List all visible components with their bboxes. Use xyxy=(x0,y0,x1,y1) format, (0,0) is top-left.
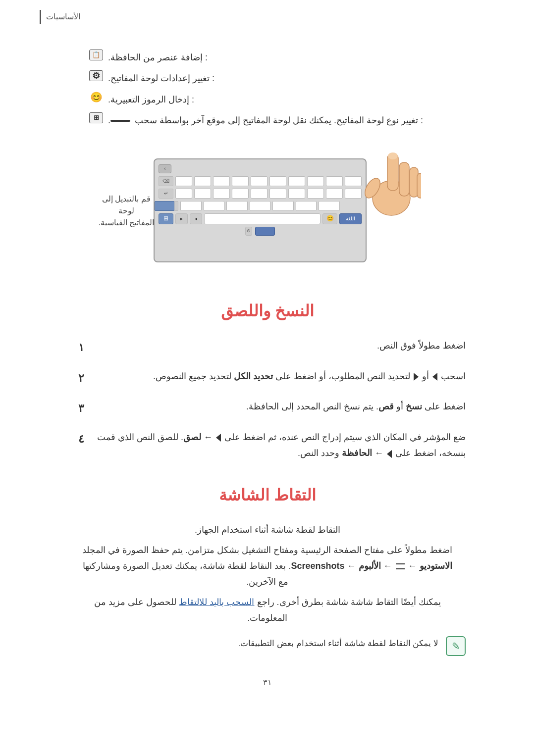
step-4-num: ٤ xyxy=(69,429,84,449)
cursor-icon-inline xyxy=(216,434,221,442)
note-text: لا يمكن النقاط لقطة شاشة أثناء استخدام ب… xyxy=(238,636,438,652)
step-1-num: ١ xyxy=(69,338,84,357)
keyboard-row-3 xyxy=(159,201,362,211)
bullet-list: : إضافة عنصر من الحافظة. 📋 : تغيير إعداد… xyxy=(89,50,446,129)
copy-paste-title: النسخ واللصق xyxy=(40,297,495,326)
step-4-text: ضع المؤشر في المكان الذي سيتم إدراج النص… xyxy=(94,429,466,461)
step-2-text: اسحب أو لتحديد النص المطلوب، أو اضغط على… xyxy=(94,368,466,384)
hand-sweep-link[interactable]: السحب باليد للالتقاط xyxy=(179,597,254,607)
bullet-item-3: : إدخال الرموز التعبيرية. 😊 xyxy=(89,92,446,107)
bullet-item-1: : إضافة عنصر من الحافظة. 📋 xyxy=(89,50,446,65)
hand-svg xyxy=(362,139,421,218)
bullet-item-2: : تغيير إعدادات لوحة المفاتيح. ⚙ xyxy=(89,70,446,86)
step-1: اضغط مطولاً فوق النص. ١ xyxy=(69,338,466,357)
bullet-text-4: : تغيير نوع لوحة المفاتيح. يمكنك نقل لوح… xyxy=(108,112,423,128)
clipboard-icon: 📋 xyxy=(89,50,103,60)
grid-keyboard-icon: ⊞ xyxy=(89,112,103,123)
cursor-icon-inline-2 xyxy=(387,450,392,458)
keyboard-row-1: ⌫ xyxy=(159,176,362,186)
screenshot-body1: التقاط لقطة شاشة أثناء استخدام الجهاز. xyxy=(79,522,456,538)
bullet-text-1: : إضافة عنصر من الحافظة. xyxy=(108,50,208,65)
cursor-left-icon xyxy=(432,373,437,381)
step-3-text: اضغط على نسخ أو قص. يتم نسخ النص المحدد … xyxy=(94,399,466,414)
copy-paste-steps: اضغط مطولاً فوق النص. ١ اسحب أو لتحديد ا… xyxy=(69,338,466,461)
gear-icon: ⚙ xyxy=(89,70,103,81)
step-2: اسحب أو لتحديد النص المطلوب، أو اضغط على… xyxy=(69,368,466,388)
note-icon: ✎ xyxy=(446,636,466,656)
note-box: ✎ لا يمكن النقاط لقطة شاشة أثناء استخدام… xyxy=(69,636,466,656)
step-3-num: ٣ xyxy=(69,399,84,418)
step-4: ضع المؤشر في المكان الذي سيتم إدراج النص… xyxy=(69,429,466,461)
keyboard-arrow-label: قم بالتبديل إلى لوحةالمفاتيح القياسية. xyxy=(94,193,159,229)
svg-point-6 xyxy=(388,152,398,159)
step-2-num: ٢ xyxy=(69,368,84,388)
emoji-icon: 😊 xyxy=(89,92,103,102)
keyboard-row-2: ↵ xyxy=(159,189,362,199)
svg-rect-5 xyxy=(417,173,421,198)
screenshot-body3: يمكنك أيضًا التقاط شاشة شاشة بطرق أخرى. … xyxy=(79,594,456,626)
page-number: ٣١ xyxy=(40,676,495,690)
keyboard-diagram-container: قم بالتبديل إلى لوحةالمفاتيح القياسية. › xyxy=(69,144,466,277)
keyboard-body: › ⌫ xyxy=(154,158,367,262)
bullet-text-2: : تغيير إعدادات لوحة المفاتيح. xyxy=(108,70,214,86)
screenshot-section: التقاط الشاشة التقاط لقطة شاشة أثناء است… xyxy=(40,481,495,656)
screenshot-title: التقاط الشاشة xyxy=(40,481,495,510)
page-header: الأساسيات xyxy=(40,10,80,24)
bullet-text-3: : إدخال الرموز التعبيرية. xyxy=(108,92,194,107)
screenshot-body2: اضغط مطولاً على مفتاح الصفحة الرئيسية وم… xyxy=(79,542,456,590)
step-3: اضغط على نسخ أو قص. يتم نسخ النص المحدد … xyxy=(69,399,466,418)
finger-hand-illustration xyxy=(357,139,421,223)
svg-rect-3 xyxy=(399,162,409,196)
cursor-right-icon xyxy=(414,373,419,381)
bullet-item-4: : تغيير نوع لوحة المفاتيح. يمكنك نقل لوح… xyxy=(89,112,446,128)
step-1-text: اضغط مطولاً فوق النص. xyxy=(94,338,466,353)
